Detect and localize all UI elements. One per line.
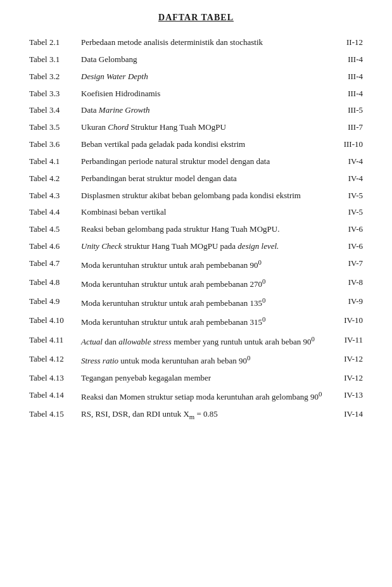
tabel-desc: Tegangan penyebab kegagalan member	[76, 370, 336, 387]
table-row: Tabel 4.6Unity Check struktur Hang Tuah …	[25, 238, 367, 255]
table-row: Tabel 4.1Perbandingan periode natural st…	[25, 153, 367, 170]
tabel-page: IV-6	[336, 238, 367, 255]
tabel-label: Tabel 4.2	[25, 170, 76, 187]
tabel-desc: Perbandingan periode natural struktur mo…	[76, 153, 336, 170]
tabel-page: IV-4	[336, 170, 367, 187]
tabel-page: IV-5	[336, 204, 367, 221]
tabel-desc: Reaksi beban gelombang pada struktur Han…	[76, 221, 336, 238]
tabel-label: Tabel 4.12	[25, 351, 76, 370]
table-row: Tabel 3.6Beban vertikal pada geladak pad…	[25, 136, 367, 153]
tabel-desc: Reaksi dan Momen struktur setiap moda ke…	[76, 387, 336, 406]
table-row: Tabel 3.3Koefisien HidrodinamisIII-4	[25, 85, 367, 103]
table-row: Tabel 4.12Stress ratio untuk moda kerunt…	[25, 351, 367, 370]
tabel-desc: Perbandingan berat struktur model dengan…	[76, 170, 336, 187]
tabel-label: Tabel 4.10	[25, 312, 76, 331]
tabel-label: Tabel 3.6	[25, 136, 76, 153]
tabel-page: IV-4	[336, 153, 367, 170]
tabel-desc: Actual dan allowable stress member yang …	[76, 332, 336, 351]
tabel-page: IV-12	[336, 370, 367, 387]
tabel-page: III-10	[336, 136, 367, 153]
table-row: Tabel 4.7Moda keruntuhan struktur untuk …	[25, 255, 367, 274]
table-row: Tabel 4.9Moda keruntuhan struktur untuk …	[25, 293, 367, 312]
tabel-page: III-4	[336, 85, 367, 103]
tabel-desc: Data Gelombang	[76, 51, 336, 68]
tabel-label: Tabel 4.7	[25, 255, 76, 274]
tabel-page: III-4	[336, 51, 367, 68]
tabel-desc: Moda keruntuhan struktur untuk arah pemb…	[76, 293, 336, 312]
table-row: Tabel 3.2Design Water DepthIII-4	[25, 68, 367, 85]
tabel-desc: Unity Check struktur Hang Tuah MOgPU pad…	[76, 238, 336, 255]
table-row: Tabel 4.4Kombinasi beban vertikalIV-5	[25, 204, 367, 221]
table-row: Tabel 3.1Data GelombangIII-4	[25, 51, 367, 68]
tabel-desc: Displasmen struktur akibat beban gelomba…	[76, 187, 336, 205]
tabel-label: Tabel 4.11	[25, 332, 76, 351]
tabel-page: IV-5	[336, 187, 367, 205]
tabel-label: Tabel 4.13	[25, 370, 76, 387]
tabel-page: IV-9	[336, 293, 367, 312]
tabel-label: Tabel 4.4	[25, 204, 76, 221]
table-row: Tabel 4.5Reaksi beban gelombang pada str…	[25, 221, 367, 238]
table-row: Tabel 4.15RS, RSI, DSR, dan RDI untuk Xm…	[25, 406, 367, 424]
tabel-desc: Koefisien Hidrodinamis	[76, 85, 336, 103]
tabel-page: IV-7	[336, 255, 367, 274]
table-row: Tabel 4.11Actual dan allowable stress me…	[25, 332, 367, 351]
page-title: DAFTAR TABEL	[25, 13, 367, 23]
tabel-page: IV-14	[336, 406, 367, 424]
tabel-label: Tabel 4.8	[25, 274, 76, 293]
tabel-desc: Data Marine Growth	[76, 102, 336, 119]
tabel-label: Tabel 4.1	[25, 153, 76, 170]
tabel-label: Tabel 4.14	[25, 387, 76, 406]
tabel-desc: Moda keruntuhan struktur untuk arah pemb…	[76, 312, 336, 331]
tabel-label: Tabel 3.5	[25, 119, 76, 136]
tabel-desc: Moda keruntuhan struktur untuk arah pemb…	[76, 255, 336, 274]
tabel-label: Tabel 3.3	[25, 85, 76, 103]
tabel-label: Tabel 4.6	[25, 238, 76, 255]
tabel-page: III-5	[336, 102, 367, 119]
table-row: Tabel 2.1Perbedaan metode analisis deter…	[25, 34, 367, 51]
table-row: Tabel 4.8Moda keruntuhan struktur untuk …	[25, 274, 367, 293]
tabel-label: Tabel 3.1	[25, 51, 76, 68]
tabel-desc: Ukuran Chord Struktur Hang Tuah MOgPU	[76, 119, 336, 136]
tabel-page: IV-12	[336, 351, 367, 370]
tabel-desc: Perbedaan metode analisis deterministik …	[76, 34, 336, 51]
tabel-list: Tabel 2.1Perbedaan metode analisis deter…	[25, 34, 367, 424]
tabel-page: IV-6	[336, 221, 367, 238]
tabel-desc: RS, RSI, DSR, dan RDI untuk Xm = 0.85	[76, 406, 336, 424]
tabel-desc: Beban vertikal pada geladak pada kondisi…	[76, 136, 336, 153]
tabel-label: Tabel 4.15	[25, 406, 76, 424]
tabel-page: III-4	[336, 68, 367, 85]
tabel-label: Tabel 3.4	[25, 102, 76, 119]
table-row: Tabel 3.4Data Marine GrowthIII-5	[25, 102, 367, 119]
table-row: Tabel 4.2Perbandingan berat struktur mod…	[25, 170, 367, 187]
table-row: Tabel 4.14Reaksi dan Momen struktur seti…	[25, 387, 367, 406]
table-row: Tabel 3.5Ukuran Chord Struktur Hang Tuah…	[25, 119, 367, 136]
tabel-page: IV-8	[336, 274, 367, 293]
tabel-desc: Stress ratio untuk moda keruntuhan arah …	[76, 351, 336, 370]
tabel-desc: Kombinasi beban vertikal	[76, 204, 336, 221]
tabel-label: Tabel 4.5	[25, 221, 76, 238]
table-row: Tabel 4.3Displasmen struktur akibat beba…	[25, 187, 367, 205]
tabel-desc: Design Water Depth	[76, 68, 336, 85]
table-row: Tabel 4.10Moda keruntuhan struktur untuk…	[25, 312, 367, 331]
tabel-label: Tabel 4.3	[25, 187, 76, 205]
tabel-label: Tabel 4.9	[25, 293, 76, 312]
tabel-label: Tabel 3.2	[25, 68, 76, 85]
tabel-page: III-7	[336, 119, 367, 136]
tabel-page: II-12	[336, 34, 367, 51]
tabel-desc: Moda keruntuhan struktur untuk arah pemb…	[76, 274, 336, 293]
tabel-label: Tabel 2.1	[25, 34, 76, 51]
tabel-page: IV-10	[336, 312, 367, 331]
table-row: Tabel 4.13Tegangan penyebab kegagalan me…	[25, 370, 367, 387]
tabel-page: IV-13	[336, 387, 367, 406]
tabel-page: IV-11	[336, 332, 367, 351]
